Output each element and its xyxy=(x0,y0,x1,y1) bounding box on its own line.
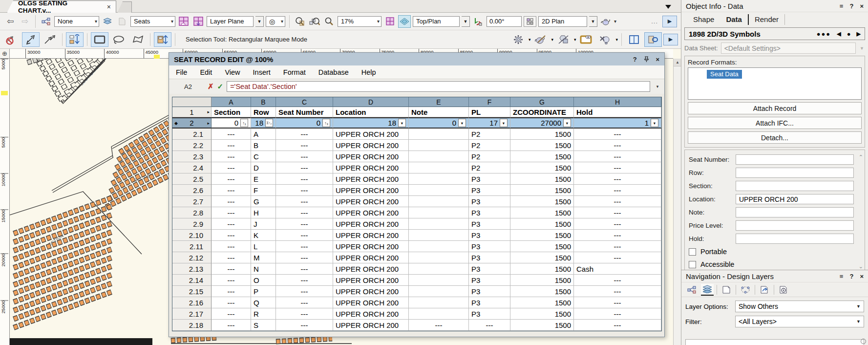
window-title-bar[interactable]: SEAT RECORD EDIT @ 100% ? × xyxy=(169,53,664,65)
menu-item[interactable]: Format xyxy=(283,68,306,76)
chevron-down-icon[interactable]: ▾ xyxy=(614,19,616,24)
column-header[interactable]: D xyxy=(333,97,409,107)
walkthrough-icon[interactable] xyxy=(472,15,485,28)
header-cell[interactable]: Hold xyxy=(574,107,661,117)
row-number[interactable]: 2.7 xyxy=(172,196,212,207)
column-header[interactable]: C xyxy=(276,97,333,107)
menu-item[interactable]: File xyxy=(176,68,187,76)
cell-zcoordinate[interactable]: 1500 xyxy=(510,320,574,331)
checkbox[interactable] xyxy=(689,248,696,256)
criteria-cell[interactable]: 0▾ xyxy=(409,117,469,129)
cell-section[interactable]: --- xyxy=(212,286,251,297)
cell-note[interactable] xyxy=(409,218,469,230)
cell-pl[interactable]: P3 xyxy=(469,207,510,218)
cell-seat-number[interactable]: --- xyxy=(276,275,333,286)
scroll-up-icon[interactable]: ▲ xyxy=(674,59,681,66)
menu-item[interactable]: Edit xyxy=(200,68,212,76)
chevron-down-icon[interactable]: ▾ xyxy=(615,37,618,42)
references-tab-icon[interactable] xyxy=(758,284,771,296)
cell-zcoordinate[interactable]: 1500 xyxy=(510,308,574,320)
cell-section[interactable]: --- xyxy=(212,185,251,196)
column-header[interactable]: G xyxy=(510,97,574,107)
cell-location[interactable]: UPPER ORCH 200 xyxy=(333,263,409,275)
header-cell[interactable]: Section xyxy=(212,107,251,117)
cell-row[interactable]: C xyxy=(251,151,276,162)
move-by-points-mode[interactable] xyxy=(66,32,84,47)
cell-pl[interactable]: P3 xyxy=(469,185,510,196)
tab-render[interactable]: Render xyxy=(749,15,784,23)
criteria-cell[interactable]: 27000▾ xyxy=(510,117,574,129)
cell-row[interactable]: M xyxy=(251,252,276,263)
accept-entry-icon[interactable]: ✓ xyxy=(217,82,224,91)
detach-button[interactable]: Detach... xyxy=(688,131,862,144)
class-dropdown[interactable]: None▾ xyxy=(54,16,99,27)
menu-item[interactable]: Insert xyxy=(253,68,271,76)
fit-objects-zoom-icon[interactable] xyxy=(308,15,321,28)
prev-object-icon[interactable]: ◀ xyxy=(837,31,841,37)
cell-seat-number[interactable]: --- xyxy=(276,140,333,151)
field-input[interactable] xyxy=(736,220,854,231)
cell-hold[interactable]: --- xyxy=(574,252,661,263)
cell-pl[interactable]: P3 xyxy=(469,275,510,286)
cell-zcoordinate[interactable]: 1500 xyxy=(510,207,574,218)
field-input[interactable] xyxy=(736,234,854,244)
criteria-cell[interactable]: 18▾ xyxy=(333,117,409,129)
record-formats-list[interactable]: Seat Data xyxy=(688,67,862,100)
cell-seat-number[interactable]: --- xyxy=(276,320,333,331)
layer-options-dropdown[interactable]: Show Others▼ xyxy=(735,301,864,312)
data-sheet-dropdown[interactable]: <Default Settings> xyxy=(721,43,856,54)
panel-close-icon[interactable]: × xyxy=(860,2,864,10)
cell-pl[interactable]: P2 xyxy=(469,140,510,151)
cell-note[interactable] xyxy=(409,241,469,252)
cell-location[interactable]: UPPER ORCH 200 xyxy=(333,140,409,151)
grid-settings-button[interactable] xyxy=(524,16,536,27)
criteria-cell-active[interactable]: 0↑₁ xyxy=(212,117,251,129)
object-info-title-bar[interactable]: Object Info - Data ≡ ? × xyxy=(681,0,868,12)
cell-section[interactable]: --- xyxy=(212,252,251,263)
record-format-item-selected[interactable]: Seat Data xyxy=(707,70,742,79)
render-teapot-icon[interactable] xyxy=(599,15,612,28)
filter-dropdown-icon[interactable]: ▾ xyxy=(651,119,658,127)
menu-item[interactable]: Database xyxy=(318,68,349,76)
cell-zcoordinate[interactable]: 1500 xyxy=(510,230,574,241)
cell-hold[interactable]: Cash xyxy=(574,263,661,275)
toolbar-overflow[interactable]: ... xyxy=(651,18,658,25)
chevron-down-icon[interactable]: ▾ xyxy=(529,37,531,42)
cell-pl[interactable]: P3 xyxy=(469,196,510,207)
filter-dropdown-icon[interactable]: ▾ xyxy=(500,119,508,127)
saved-views-tab-icon[interactable] xyxy=(739,284,752,296)
cell-note[interactable] xyxy=(409,173,469,185)
cell-note[interactable] xyxy=(409,230,469,241)
tool-preferences-button[interactable] xyxy=(509,32,527,47)
cell-note[interactable] xyxy=(409,286,469,297)
tool-bar-expand-button[interactable]: ▶ xyxy=(663,34,678,45)
cell-row[interactable]: P xyxy=(251,286,276,297)
design-layers-tab-icon[interactable] xyxy=(701,284,714,296)
cell-seat-number[interactable]: --- xyxy=(276,185,333,196)
cell-note[interactable] xyxy=(409,185,469,196)
cell-section[interactable]: --- xyxy=(212,140,251,151)
tab-shape[interactable]: Shape xyxy=(687,15,720,23)
cell-section[interactable]: --- xyxy=(212,173,251,185)
render-mode-dropdown[interactable]: 2D Plan xyxy=(538,16,587,27)
navigation-title-bar[interactable]: Navigation - Design Layers ≡ ? × xyxy=(681,270,868,282)
cell-location[interactable]: UPPER ORCH 200 xyxy=(333,275,409,286)
cell-hold[interactable]: --- xyxy=(574,218,661,230)
unified-view-icon[interactable] xyxy=(398,15,411,28)
row-number[interactable]: 2.13 xyxy=(172,263,212,275)
lighting-options-button[interactable] xyxy=(596,32,614,47)
panel-help-icon[interactable]: ? xyxy=(849,2,853,10)
cell-pl[interactable]: P2 xyxy=(469,129,510,140)
field-input[interactable] xyxy=(736,168,854,178)
criteria-cell[interactable]: 18Σ↑₂ xyxy=(251,117,276,129)
cell-hold[interactable]: --- xyxy=(574,230,661,241)
cell-note[interactable] xyxy=(409,275,469,286)
cell-zcoordinate[interactable]: 1500 xyxy=(510,252,574,263)
row-number[interactable]: 2.17 xyxy=(172,308,212,320)
sum-sort-2-icon[interactable]: Σ↑₂ xyxy=(265,119,273,127)
layers-icon[interactable] xyxy=(101,15,114,28)
viewports-tab-icon[interactable] xyxy=(777,284,790,296)
fields-scroll-up-icon[interactable]: ⌃ xyxy=(859,154,863,160)
layer-search-input[interactable] xyxy=(685,339,864,345)
row-number[interactable]: 2.11 xyxy=(172,241,212,252)
